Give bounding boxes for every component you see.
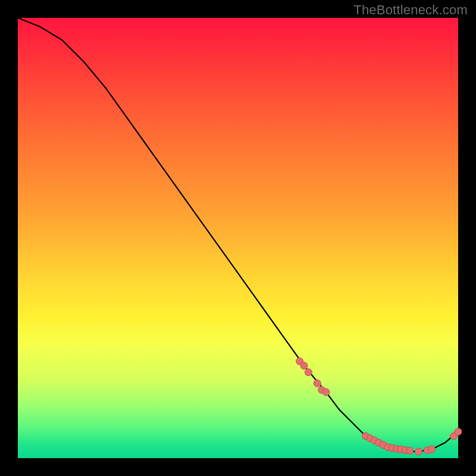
bottleneck-curve-line [18, 18, 458, 452]
watermark-text: TheBottleneck.com [353, 2, 468, 18]
curve-marker [415, 448, 422, 455]
curve-marker [314, 380, 321, 387]
chart-root: TheBottleneck.com [0, 0, 476, 476]
plot-area [18, 18, 458, 458]
curve-markers [296, 358, 462, 455]
chart-svg [18, 18, 458, 458]
curve-marker [305, 369, 312, 376]
curve-marker [406, 447, 414, 454]
curve-marker [322, 389, 330, 396]
curve-marker [300, 362, 308, 369]
curve-marker [455, 428, 462, 436]
curve-marker [428, 446, 436, 453]
